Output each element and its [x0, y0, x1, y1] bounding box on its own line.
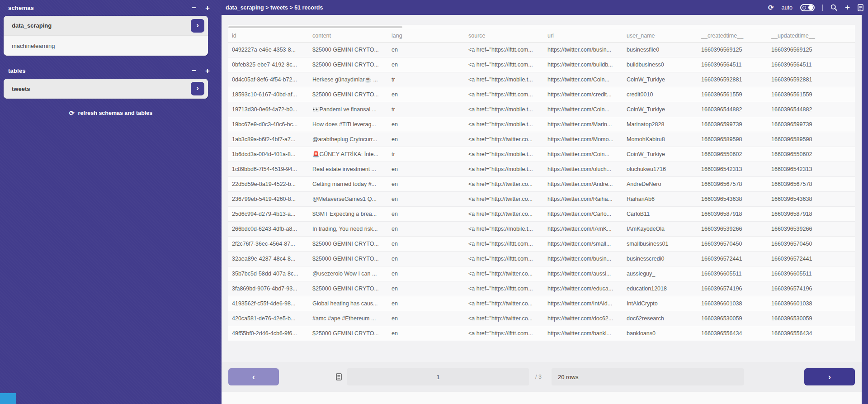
cell-source: <a href="http://twitter.co... [465, 266, 544, 281]
cell-id: 4193562f-c55f-4de6-98... [228, 296, 309, 311]
cell-url: https://twitter.com/busin... [544, 251, 623, 266]
chevron-right-icon[interactable]: › [191, 82, 204, 95]
breadcrumb: data_scraping > tweets > 51 records [222, 5, 768, 11]
cell-user-name: MomohKabiru8 [623, 132, 698, 147]
cell-user-name: CarloB11 [623, 206, 698, 221]
schema-list-item[interactable]: machinelearning › [4, 36, 208, 56]
cell-content: Real estate investment ... [309, 162, 388, 176]
refresh-schemas-button[interactable]: ⟳ refresh schemas and tables [0, 109, 222, 117]
cell-url: https://twitter.com/Carlo... [544, 206, 623, 221]
cell-createdtime: 1660396544882 [698, 102, 768, 117]
cell-lang: en [388, 57, 465, 72]
cell-updatedtime: 1660396569125 [768, 42, 855, 57]
table-row[interactable]: 236799eb-5419-4260-8... @MetaverseGames1… [228, 191, 855, 206]
column-header[interactable]: source [465, 29, 544, 42]
schemas-label: schemas [8, 5, 183, 11]
table-row[interactable]: 266bdc0d-6243-4dfb-a8... In trading, You… [228, 221, 855, 236]
search-icon[interactable] [830, 4, 837, 11]
rows-per-page-select[interactable]: 20 rows [552, 368, 744, 385]
cell-source: <a href="http://twitter.co... [465, 176, 544, 191]
table-row[interactable]: 35b7bc5d-58dd-407a-8c... @usezeroio Wow … [228, 266, 855, 281]
table-row[interactable]: 2f2c76f7-36ec-4564-87... $25000 GEMINI C… [228, 236, 855, 251]
cell-lang: en [388, 206, 465, 221]
cell-content: $25000 GEMINI CRYTO... [309, 251, 388, 266]
cell-source: <a href="https://mobile.t... [465, 102, 544, 117]
table-row[interactable]: 19713d30-0e6f-4a72-b0... 👀Pandemi ve fin… [228, 102, 855, 117]
cell-user-name: buildbusiness0 [623, 57, 698, 72]
table-row[interactable]: 18593c10-6167-40bd-af... $25000 GEMINI C… [228, 87, 855, 102]
column-header[interactable]: content [309, 29, 388, 42]
table-row[interactable]: 22d5d59e-8a19-4522-b... Getting married … [228, 176, 855, 191]
table-row[interactable]: 32aea89e-4287-48c4-8... $25000 GEMINI CR… [228, 251, 855, 266]
cell-lang: en [388, 87, 465, 102]
cell-id: 3fa869bd-9076-4bd7-93... [228, 281, 309, 296]
auto-refresh-toggle[interactable] [800, 4, 815, 11]
divider [822, 5, 823, 11]
cell-source: <a href="https://ifttt.com... [465, 281, 544, 296]
cell-content: @arabtheplug Crytocurr... [309, 132, 388, 147]
schema-list-item[interactable]: data_scraping › [4, 16, 208, 36]
table-row[interactable]: 25d6c994-d279-4b13-a... $GMT Expecting a… [228, 206, 855, 221]
column-header[interactable]: id [228, 29, 309, 42]
table-row[interactable]: 19bc67e9-d0c3-40c6-bc... How does #TiTi … [228, 117, 855, 132]
cell-user-name: businesscredi0 [623, 251, 698, 266]
table-row[interactable]: 0bfeb325-ebe7-4192-8c... $25000 GEMINI C… [228, 57, 855, 72]
cell-content: $25000 GEMINI CRYTO... [309, 281, 388, 296]
page-number-input[interactable] [347, 368, 529, 385]
cell-createdtime: 1660396530059 [698, 311, 768, 326]
main-content: idcontentlangsourceurluser_name__created… [222, 15, 862, 404]
cell-source: <a href="https://ifttt.com... [465, 42, 544, 57]
cell-user-name: RaihanAb6 [623, 191, 698, 206]
column-header[interactable]: url [544, 29, 623, 42]
table-row[interactable]: 4193562f-c55f-4de6-98... Global heating … [228, 296, 855, 311]
cell-source: <a href="https://ifttt.com... [465, 87, 544, 102]
horizontal-scrollbar[interactable] [228, 26, 402, 28]
table-row[interactable]: 1ab3c89a-b6f2-4bf7-a7... @arabtheplug Cr… [228, 132, 855, 147]
cell-updatedtime: 1660396592881 [768, 72, 855, 87]
column-header[interactable]: __createdtime__ [698, 29, 768, 42]
add-schema-icon[interactable]: + [205, 4, 210, 12]
schemas-list: data_scraping › machinelearning › [4, 16, 208, 56]
export-csv-icon[interactable] [858, 4, 863, 11]
table-row[interactable]: 49f55bf0-2d46-4cb6-9f6... $25000 GEMINI … [228, 326, 855, 341]
cell-updatedtime: 1660396550602 [768, 147, 855, 162]
previous-page-button[interactable]: ‹ [228, 368, 279, 385]
sidebar: schemas − + data_scraping › machinelearn… [0, 0, 222, 404]
cell-createdtime: 1660396589598 [698, 132, 768, 147]
remove-table-icon[interactable]: − [192, 67, 196, 75]
column-header[interactable]: __updatedtime__ [768, 29, 855, 42]
table-row[interactable]: 420ca581-de76-42e5-b... #amc #ape #Ether… [228, 311, 855, 326]
cell-user-name: oluchukwu1716 [623, 162, 698, 176]
cell-updatedtime: 1660396570450 [768, 236, 855, 251]
add-record-icon[interactable]: + [845, 3, 850, 12]
page-jump-icon[interactable] [336, 373, 342, 380]
cell-url: https://twitter.com/Andre... [544, 176, 623, 191]
cell-url: https://twitter.com/Coin... [544, 72, 623, 87]
cell-user-name: CoinW_Turkiye [623, 102, 698, 117]
table-row[interactable]: 0d4c05af-8ef6-4f54-b72... Herkese günayd… [228, 72, 855, 87]
column-header[interactable]: user_name [623, 29, 698, 42]
cell-updatedtime: 1660396564511 [768, 57, 855, 72]
chevron-right-icon[interactable]: › [191, 19, 204, 33]
column-header[interactable]: lang [388, 29, 465, 42]
cell-createdtime: 1660396599739 [698, 117, 768, 132]
cell-source: <a href="http://twitter.co... [465, 191, 544, 206]
remove-schema-icon[interactable]: − [192, 4, 196, 12]
add-table-icon[interactable]: + [205, 67, 210, 75]
table-list-item[interactable]: tweets › [4, 79, 208, 99]
table-row[interactable]: 0492227a-e46e-4353-8... $25000 GEMINI CR… [228, 42, 855, 57]
records-table-panel: idcontentlangsourceurluser_name__created… [228, 25, 855, 341]
table-row[interactable]: 1c89bbd6-7f54-4519-94... Real estate inv… [228, 162, 855, 176]
cell-url: https://twitter.com/buildb... [544, 57, 623, 72]
table-row[interactable]: 1b6dcd3a-004d-401a-8... 🚨GÜNEY AFRİKA: İ… [228, 147, 855, 162]
auto-refresh-icon[interactable]: ⟳ [768, 4, 774, 11]
cell-content: @usezeroio Wow I can ... [309, 266, 388, 281]
topbar: data_scraping > tweets > 51 records ⟳ au… [222, 0, 868, 15]
table-row[interactable]: 3fa869bd-9076-4bd7-93... $25000 GEMINI C… [228, 281, 855, 296]
toggle-knob [808, 5, 813, 10]
cell-id: 22d5d59e-8a19-4522-b... [228, 176, 309, 191]
cell-id: 35b7bc5d-58dd-407a-8c... [228, 266, 309, 281]
cell-lang: en [388, 326, 465, 341]
next-page-button[interactable]: › [804, 368, 855, 385]
cell-user-name: AndreDeNero [623, 176, 698, 191]
